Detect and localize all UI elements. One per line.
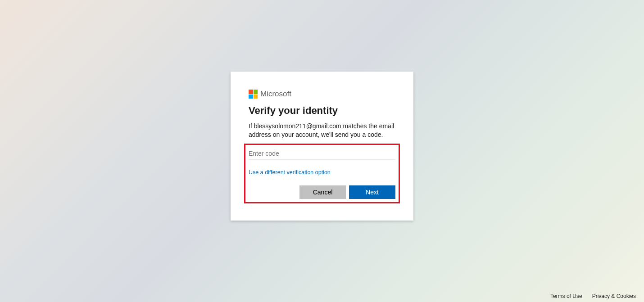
code-input[interactable]: [249, 148, 395, 159]
highlight-region: Use a different verification option Canc…: [244, 144, 400, 203]
microsoft-logo-icon: [249, 90, 258, 99]
brand-row: Microsoft: [249, 90, 395, 99]
privacy-link[interactable]: Privacy & Cookies: [592, 293, 636, 299]
brand-name: Microsoft: [260, 90, 291, 99]
sign-in-card: Microsoft Verify your identity If blessy…: [231, 72, 413, 221]
next-button[interactable]: Next: [349, 185, 395, 199]
alt-verification-link[interactable]: Use a different verification option: [249, 169, 395, 176]
cancel-button[interactable]: Cancel: [299, 185, 346, 199]
terms-link[interactable]: Terms of Use: [550, 293, 582, 299]
dialog-description: If blessysolomon211@gmail.com matches th…: [249, 122, 395, 139]
dialog-title: Verify your identity: [249, 105, 395, 117]
footer-links: Terms of Use Privacy & Cookies: [550, 293, 636, 299]
button-row: Cancel Next: [249, 185, 395, 199]
